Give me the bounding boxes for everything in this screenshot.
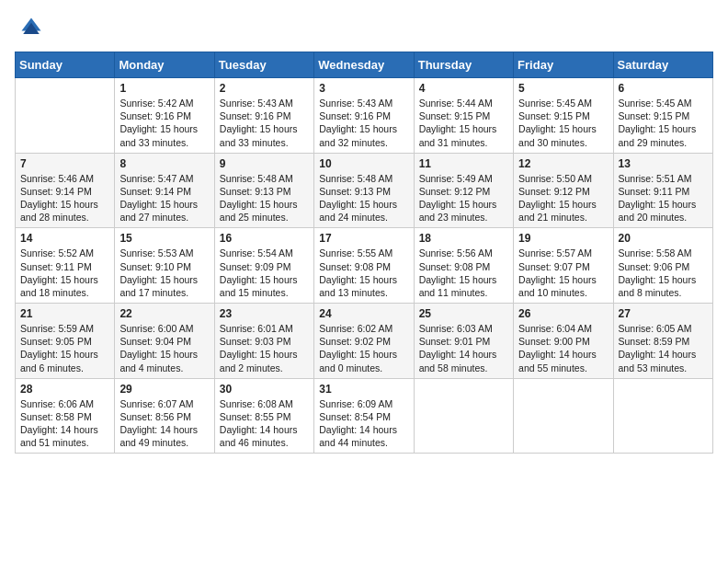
cell-info: Sunrise: 5:58 AM Sunset: 9:06 PM Dayligh… <box>619 247 708 299</box>
calendar-cell: 2Sunrise: 5:43 AM Sunset: 9:16 PM Daylig… <box>214 78 313 154</box>
calendar-cell: 3Sunrise: 5:43 AM Sunset: 9:16 PM Daylig… <box>314 78 414 154</box>
calendar-cell: 11Sunrise: 5:49 AM Sunset: 9:12 PM Dayli… <box>414 153 513 228</box>
day-number: 31 <box>319 383 408 396</box>
cell-info: Sunrise: 5:43 AM Sunset: 9:16 PM Dayligh… <box>319 97 408 149</box>
calendar-cell <box>613 378 712 454</box>
cell-info: Sunrise: 5:45 AM Sunset: 9:15 PM Dayligh… <box>619 97 708 149</box>
cell-info: Sunrise: 6:00 AM Sunset: 9:04 PM Dayligh… <box>119 322 209 374</box>
day-number: 22 <box>119 307 209 320</box>
cell-info: Sunrise: 5:49 AM Sunset: 9:12 PM Dayligh… <box>419 172 508 224</box>
calendar-table: SundayMondayTuesdayWednesdayThursdayFrid… <box>15 52 713 454</box>
calendar-cell: 5Sunrise: 5:45 AM Sunset: 9:15 PM Daylig… <box>514 78 613 154</box>
day-number: 7 <box>20 157 109 170</box>
cell-info: Sunrise: 5:46 AM Sunset: 9:14 PM Dayligh… <box>20 172 109 224</box>
day-number: 6 <box>619 82 708 95</box>
day-number: 30 <box>220 383 309 396</box>
cell-info: Sunrise: 5:59 AM Sunset: 9:05 PM Dayligh… <box>20 322 109 374</box>
cell-info: Sunrise: 5:48 AM Sunset: 9:13 PM Dayligh… <box>319 172 408 224</box>
day-header-friday: Friday <box>514 52 613 78</box>
cell-info: Sunrise: 5:44 AM Sunset: 9:15 PM Dayligh… <box>419 97 508 149</box>
calendar-week-row: 7Sunrise: 5:46 AM Sunset: 9:14 PM Daylig… <box>16 153 713 228</box>
cell-info: Sunrise: 5:57 AM Sunset: 9:07 PM Dayligh… <box>518 247 608 299</box>
calendar-cell <box>414 378 513 454</box>
day-header-thursday: Thursday <box>414 52 513 78</box>
day-number: 8 <box>119 157 209 170</box>
day-number: 25 <box>419 307 508 320</box>
calendar-week-row: 21Sunrise: 5:59 AM Sunset: 9:05 PM Dayli… <box>16 304 713 379</box>
calendar-cell: 23Sunrise: 6:01 AM Sunset: 9:03 PM Dayli… <box>214 304 313 379</box>
calendar-week-row: 28Sunrise: 6:06 AM Sunset: 8:58 PM Dayli… <box>16 378 713 454</box>
day-number: 3 <box>319 82 408 95</box>
day-number: 10 <box>319 157 408 170</box>
calendar-cell: 6Sunrise: 5:45 AM Sunset: 9:15 PM Daylig… <box>613 78 712 154</box>
day-number: 24 <box>319 307 408 320</box>
cell-info: Sunrise: 6:09 AM Sunset: 8:54 PM Dayligh… <box>319 397 408 450</box>
day-header-sunday: Sunday <box>16 52 115 78</box>
calendar-cell: 7Sunrise: 5:46 AM Sunset: 9:14 PM Daylig… <box>16 153 115 228</box>
cell-info: Sunrise: 6:08 AM Sunset: 8:55 PM Dayligh… <box>220 397 309 450</box>
calendar-cell: 31Sunrise: 6:09 AM Sunset: 8:54 PM Dayli… <box>314 378 414 454</box>
day-number: 28 <box>20 383 109 396</box>
calendar-cell: 26Sunrise: 6:04 AM Sunset: 9:00 PM Dayli… <box>514 304 613 379</box>
calendar-cell: 25Sunrise: 6:03 AM Sunset: 9:01 PM Dayli… <box>414 304 513 379</box>
cell-info: Sunrise: 6:05 AM Sunset: 8:59 PM Dayligh… <box>619 322 708 374</box>
calendar-cell: 18Sunrise: 5:56 AM Sunset: 9:08 PM Dayli… <box>414 228 513 304</box>
day-number: 15 <box>119 232 209 245</box>
day-number: 12 <box>518 157 608 170</box>
calendar-cell: 8Sunrise: 5:47 AM Sunset: 9:14 PM Daylig… <box>115 153 214 228</box>
cell-info: Sunrise: 5:48 AM Sunset: 9:13 PM Dayligh… <box>220 172 309 224</box>
page-header <box>15 15 713 40</box>
cell-info: Sunrise: 5:43 AM Sunset: 9:16 PM Dayligh… <box>220 97 309 149</box>
logo <box>15 15 44 40</box>
calendar-cell: 10Sunrise: 5:48 AM Sunset: 9:13 PM Dayli… <box>314 153 414 228</box>
calendar-cell: 30Sunrise: 6:08 AM Sunset: 8:55 PM Dayli… <box>214 378 313 454</box>
cell-info: Sunrise: 6:03 AM Sunset: 9:01 PM Dayligh… <box>419 322 508 374</box>
day-number: 9 <box>220 157 309 170</box>
day-number: 16 <box>220 232 309 245</box>
cell-info: Sunrise: 6:06 AM Sunset: 8:58 PM Dayligh… <box>20 397 109 450</box>
calendar-cell: 16Sunrise: 5:54 AM Sunset: 9:09 PM Dayli… <box>214 228 313 304</box>
cell-info: Sunrise: 6:01 AM Sunset: 9:03 PM Dayligh… <box>220 322 309 374</box>
day-header-tuesday: Tuesday <box>214 52 313 78</box>
day-number: 23 <box>220 307 309 320</box>
cell-info: Sunrise: 5:50 AM Sunset: 9:12 PM Dayligh… <box>518 172 608 224</box>
cell-info: Sunrise: 6:07 AM Sunset: 8:56 PM Dayligh… <box>119 397 209 450</box>
calendar-cell: 15Sunrise: 5:53 AM Sunset: 9:10 PM Dayli… <box>115 228 214 304</box>
cell-info: Sunrise: 5:56 AM Sunset: 9:08 PM Dayligh… <box>419 247 508 299</box>
calendar-cell: 22Sunrise: 6:00 AM Sunset: 9:04 PM Dayli… <box>115 304 214 379</box>
calendar-cell: 17Sunrise: 5:55 AM Sunset: 9:08 PM Dayli… <box>314 228 414 304</box>
day-number: 5 <box>518 82 608 95</box>
day-header-wednesday: Wednesday <box>314 52 414 78</box>
calendar-cell: 12Sunrise: 5:50 AM Sunset: 9:12 PM Dayli… <box>514 153 613 228</box>
logo-icon <box>18 15 44 40</box>
day-number: 19 <box>518 232 608 245</box>
day-number: 26 <box>518 307 608 320</box>
calendar-cell: 20Sunrise: 5:58 AM Sunset: 9:06 PM Dayli… <box>613 228 712 304</box>
cell-info: Sunrise: 5:51 AM Sunset: 9:11 PM Dayligh… <box>619 172 708 224</box>
calendar-cell: 29Sunrise: 6:07 AM Sunset: 8:56 PM Dayli… <box>115 378 214 454</box>
day-number: 17 <box>319 232 408 245</box>
day-number: 18 <box>419 232 508 245</box>
calendar-cell: 27Sunrise: 6:05 AM Sunset: 8:59 PM Dayli… <box>613 304 712 379</box>
calendar-cell: 4Sunrise: 5:44 AM Sunset: 9:15 PM Daylig… <box>414 78 513 154</box>
cell-info: Sunrise: 6:02 AM Sunset: 9:02 PM Dayligh… <box>319 322 408 374</box>
calendar-cell <box>514 378 613 454</box>
calendar-week-row: 1Sunrise: 5:42 AM Sunset: 9:16 PM Daylig… <box>16 78 713 154</box>
calendar-cell: 24Sunrise: 6:02 AM Sunset: 9:02 PM Dayli… <box>314 304 414 379</box>
cell-info: Sunrise: 5:52 AM Sunset: 9:11 PM Dayligh… <box>20 247 109 299</box>
calendar-cell: 19Sunrise: 5:57 AM Sunset: 9:07 PM Dayli… <box>514 228 613 304</box>
day-number: 20 <box>619 232 708 245</box>
cell-info: Sunrise: 6:04 AM Sunset: 9:00 PM Dayligh… <box>518 322 608 374</box>
day-header-saturday: Saturday <box>613 52 712 78</box>
calendar-cell: 9Sunrise: 5:48 AM Sunset: 9:13 PM Daylig… <box>214 153 313 228</box>
day-number: 11 <box>419 157 508 170</box>
calendar-cell: 28Sunrise: 6:06 AM Sunset: 8:58 PM Dayli… <box>16 378 115 454</box>
day-number: 1 <box>119 82 209 95</box>
cell-info: Sunrise: 5:54 AM Sunset: 9:09 PM Dayligh… <box>220 247 309 299</box>
calendar-cell <box>16 78 115 154</box>
cell-info: Sunrise: 5:55 AM Sunset: 9:08 PM Dayligh… <box>319 247 408 299</box>
calendar-week-row: 14Sunrise: 5:52 AM Sunset: 9:11 PM Dayli… <box>16 228 713 304</box>
day-number: 29 <box>119 383 209 396</box>
cell-info: Sunrise: 5:47 AM Sunset: 9:14 PM Dayligh… <box>119 172 209 224</box>
day-number: 27 <box>619 307 708 320</box>
